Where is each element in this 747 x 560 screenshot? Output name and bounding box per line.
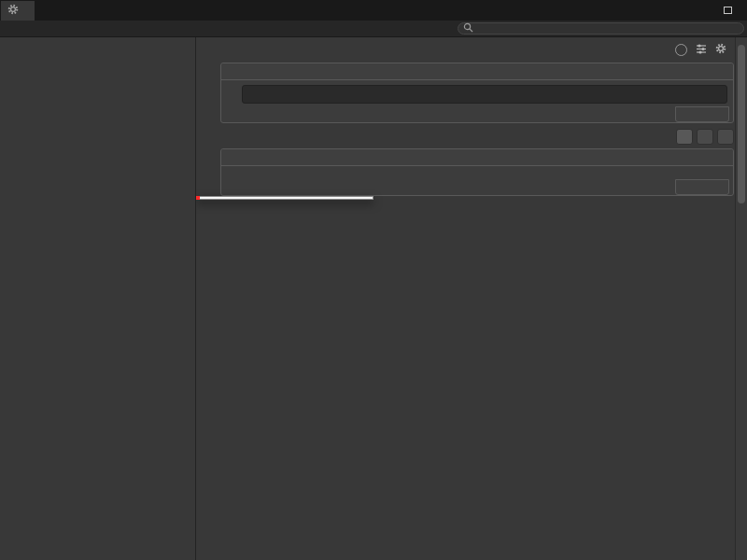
define-symbols-list [221, 80, 733, 105]
define-symbol-input[interactable] [242, 85, 727, 104]
copy-defines-button[interactable] [676, 129, 693, 145]
scripting-define-symbols-header [221, 63, 733, 80]
help-icon[interactable] [675, 44, 687, 56]
project-settings-window [0, 0, 747, 560]
titlebar [0, 0, 747, 21]
list-empty-label [224, 171, 730, 176]
search-toolbar [0, 21, 747, 37]
compiler-arguments-footer [221, 180, 733, 195]
presets-icon[interactable] [696, 43, 707, 57]
gear-icon[interactable] [715, 43, 726, 57]
vertical-scrollbar[interactable] [735, 37, 747, 560]
panel-header [196, 37, 747, 59]
list-footer-tab [675, 106, 729, 122]
settings-gear-icon [7, 4, 19, 18]
search-input[interactable] [476, 23, 743, 34]
apply-button[interactable] [717, 129, 734, 145]
window-body [0, 37, 747, 560]
search-field[interactable] [458, 22, 744, 35]
window-controls [714, 0, 741, 21]
panel-header-icons [675, 43, 726, 57]
list-footer-tab [675, 179, 729, 195]
define-symbol-row[interactable] [224, 85, 730, 104]
additional-compiler-arguments-box [220, 148, 734, 196]
scrollbar-thumb[interactable] [738, 45, 745, 203]
tab-project-settings[interactable] [1, 1, 35, 21]
additional-compiler-arguments-header [221, 149, 733, 166]
scripting-define-symbols-box [220, 63, 734, 123]
settings-sidebar [0, 37, 196, 560]
search-icon [463, 22, 473, 35]
compiler-arguments-list [221, 166, 733, 178]
api-compatibility-dropdown-popup [196, 196, 374, 200]
define-symbols-footer [221, 107, 733, 122]
revert-button[interactable] [697, 129, 713, 145]
player-settings-panel [196, 37, 747, 560]
maximize-icon[interactable] [724, 7, 732, 14]
define-symbols-buttons [196, 129, 734, 145]
